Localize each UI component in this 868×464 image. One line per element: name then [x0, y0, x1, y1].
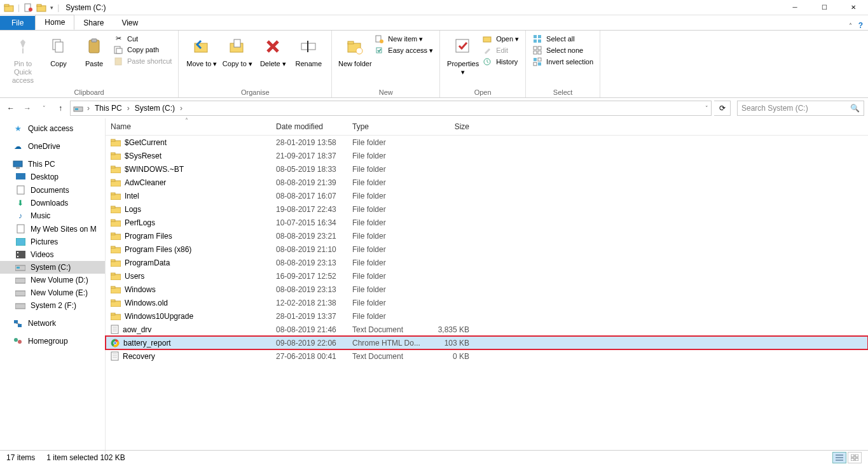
address-bar[interactable]: This PC System (C:) ˅ [70, 101, 712, 116]
sidebar-homegroup[interactable]: Homegroup [0, 335, 105, 348]
tab-share[interactable]: Share [74, 16, 113, 30]
tab-home[interactable]: Home [35, 15, 74, 30]
col-date[interactable]: Date modified [271, 118, 347, 135]
crumb-this-pc[interactable]: This PC [93, 104, 123, 113]
file-size: 0 KB [424, 352, 474, 361]
list-item[interactable]: Users16-09-2017 12:52File folder [106, 269, 868, 283]
sidebar-quick-access[interactable]: ★Quick access [0, 122, 105, 135]
back-button[interactable]: ← [4, 101, 18, 115]
sep2[interactable] [177, 104, 185, 113]
address-dropdown[interactable]: ˅ [705, 105, 708, 111]
list-item[interactable]: ProgramData08-08-2019 23:13File folder [106, 256, 868, 269]
folder-icon [111, 151, 121, 160]
sidebar-system-c[interactable]: System (C:) [0, 261, 105, 274]
list-item[interactable]: $GetCurrent28-01-2019 13:58File folder [106, 136, 868, 149]
help-icon[interactable]: ? [858, 21, 863, 30]
nav-pane[interactable]: ★Quick access ☁OneDrive This PC Desktop … [0, 118, 105, 458]
sep1[interactable] [125, 104, 132, 113]
list-item[interactable]: $SysReset21-09-2017 18:37File folder [106, 149, 868, 162]
paste-shortcut-button[interactable]: Paste shortcut [112, 55, 173, 67]
sidebar-new-volume-d[interactable]: New Volume (D:) [0, 274, 105, 286]
maximize-button[interactable]: ☐ [809, 0, 839, 15]
list-item[interactable]: battery_report09-08-2019 22:06Chrome HTM… [106, 336, 868, 349]
list-item[interactable]: AdwCleaner08-08-2019 21:39File folder [106, 176, 868, 189]
delete-button[interactable]: Delete ▾ [255, 33, 291, 71]
edit-button[interactable]: Edit [481, 45, 520, 56]
cut-button[interactable]: ✂Cut [112, 33, 173, 44]
history-button[interactable]: History [481, 56, 520, 67]
sidebar-desktop[interactable]: Desktop [0, 171, 105, 183]
open-button[interactable]: Open ▾ [481, 33, 520, 45]
sidebar-videos[interactable]: Videos [0, 248, 105, 261]
sidebar-my-web-sites[interactable]: My Web Sites on M [0, 222, 105, 236]
up-button[interactable]: ↑ [53, 101, 67, 115]
list-item[interactable]: Recovery27-06-2018 00:41Text Document0 K… [106, 349, 868, 363]
sidebar-system2-f[interactable]: System 2 (F:) [0, 299, 105, 312]
properties-button[interactable]: Properties ▾ [445, 33, 481, 79]
sidebar-this-pc[interactable]: This PC [0, 158, 105, 171]
col-name[interactable]: Name [106, 118, 271, 135]
invert-selection-button[interactable]: Invert selection [531, 56, 595, 67]
ribbon-collapse-icon[interactable]: ˄ [849, 22, 852, 29]
tab-file[interactable]: File [0, 16, 35, 30]
minimize-button[interactable]: ─ [780, 0, 809, 15]
forward-button[interactable]: → [20, 101, 34, 115]
col-type[interactable]: Type [347, 118, 424, 135]
search-input[interactable]: Search System (C:) 🔍 [737, 101, 864, 116]
new-item-button[interactable]: New item ▾ [373, 33, 434, 45]
select-none-button[interactable]: Select none [531, 45, 595, 56]
sidebar-onedrive[interactable]: ☁OneDrive [0, 140, 105, 153]
move-to-button[interactable]: Move to ▾ [184, 33, 219, 71]
qat-dropdown-icon[interactable]: ▾ [50, 4, 53, 11]
text-icon [111, 351, 119, 361]
file-type: Chrome HTML Do... [347, 339, 424, 348]
new-folder-button[interactable]: New folder [337, 33, 373, 71]
list-item[interactable]: Windows08-08-2019 23:13File folder [106, 283, 868, 296]
list-item[interactable]: $WINDOWS.~BT08-05-2019 18:33File folder [106, 162, 868, 176]
root-sep[interactable] [85, 104, 92, 113]
easy-access-button[interactable]: Easy access ▾ [373, 45, 434, 56]
folder-icon [111, 138, 121, 146]
qat-folder-icon[interactable] [36, 3, 46, 13]
file-name: Program Files (x86) [125, 245, 191, 254]
tab-view[interactable]: View [113, 16, 147, 30]
sidebar-documents[interactable]: Documents [0, 183, 105, 197]
file-name: Program Files [125, 232, 172, 241]
qat-properties-icon[interactable] [24, 3, 32, 12]
text-icon [111, 325, 119, 334]
close-button[interactable]: ✕ [839, 0, 868, 15]
sidebar-new-volume-e[interactable]: New Volume (E:) [0, 286, 105, 299]
file-name: Windows.old [125, 299, 168, 307]
copy-to-button[interactable]: Copy to ▾ [219, 33, 255, 71]
sidebar-network[interactable]: Network [0, 317, 105, 330]
copy-path-icon [113, 45, 123, 54]
list-item[interactable]: aow_drv08-08-2019 21:46Text Document3,83… [106, 323, 868, 336]
copy-button[interactable]: Copy [41, 33, 76, 71]
list-item[interactable]: Windows10Upgrade28-01-2019 13:37File fol… [106, 309, 868, 323]
paste-button[interactable]: Paste [76, 33, 112, 71]
view-details-button[interactable] [832, 452, 846, 463]
recent-dropdown[interactable]: ˅ [37, 101, 51, 115]
list-item[interactable]: PerfLogs10-07-2015 16:34File folder [106, 216, 868, 229]
sidebar-music[interactable]: ♪Music [0, 209, 105, 222]
select-all-button[interactable]: Select all [531, 33, 595, 45]
sidebar-pictures[interactable]: Pictures [0, 236, 105, 248]
col-size[interactable]: Size [424, 118, 474, 135]
list-item[interactable]: Intel08-08-2017 16:07File folder [106, 189, 868, 202]
file-date: 27-06-2018 00:41 [271, 352, 347, 361]
pin-to-quick-access-button[interactable]: Pin to Quick access [5, 33, 41, 87]
refresh-button[interactable]: ⟳ [714, 101, 731, 116]
crumb-system-c[interactable]: System (C:) [134, 104, 176, 113]
file-listing[interactable]: Name Date modified Type Size $GetCurrent… [105, 118, 868, 458]
file-name: $WINDOWS.~BT [125, 165, 184, 174]
sidebar-downloads[interactable]: ⬇Downloads [0, 197, 105, 209]
list-item[interactable]: Logs19-08-2017 22:43File folder [106, 202, 868, 216]
file-name: $SysReset [125, 151, 162, 160]
list-item[interactable]: Program Files (x86)08-08-2019 21:10File … [106, 243, 868, 256]
svg-rect-80 [111, 260, 115, 262]
list-item[interactable]: Program Files08-08-2019 23:21File folder [106, 229, 868, 243]
list-item[interactable]: Windows.old12-02-2018 21:38File folder [106, 296, 868, 309]
rename-button[interactable]: Rename [291, 33, 326, 71]
view-large-icons-button[interactable] [848, 452, 862, 463]
copy-path-button[interactable]: Copy path [112, 44, 173, 55]
